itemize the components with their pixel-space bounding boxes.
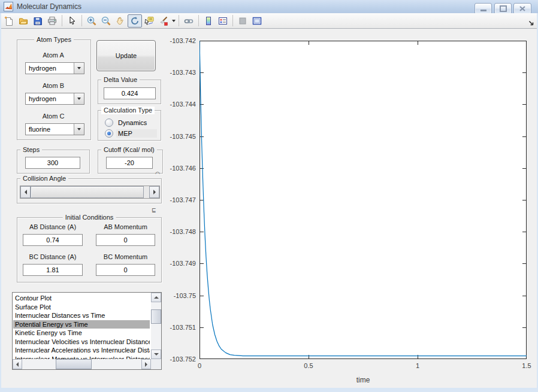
scroll-up-button[interactable]: [151, 293, 161, 302]
scroll-right-button[interactable]: [141, 359, 151, 369]
bc-distance-label: BC Distance (A): [23, 253, 83, 261]
ui-render-artifact: ⊑: [152, 208, 156, 213]
pan-hand-icon: [116, 16, 125, 26]
new-figure-button[interactable]: [2, 14, 16, 28]
arrow-up-icon: [154, 296, 159, 299]
y-tick-label: -103.742: [162, 37, 196, 45]
bc-distance-field[interactable]: [23, 264, 83, 276]
chevron-down-icon: [172, 20, 176, 22]
slider-thumb[interactable]: [31, 186, 144, 198]
vertical-scrollbar[interactable]: [151, 293, 161, 359]
delta-value-field[interactable]: [104, 87, 156, 99]
dock-figure-icon: [252, 16, 262, 26]
atom-c-value: fluorine: [29, 126, 50, 133]
vertical-scroll-thumb[interactable]: [151, 309, 161, 324]
y-tick-label: -103.748: [162, 227, 196, 236]
toolbar-overflow-arrow[interactable]: [528, 18, 534, 29]
brush-data-button[interactable]: [156, 14, 171, 28]
ui-render-artifact: ◠: [155, 171, 160, 177]
ab-momentum-field[interactable]: [96, 234, 155, 246]
bc-momentum-field[interactable]: [96, 264, 155, 276]
data-cursor-button[interactable]: [142, 14, 156, 28]
scroll-down-button[interactable]: [151, 350, 161, 359]
list-item[interactable]: Internuclear Distances vs Time: [13, 311, 150, 320]
overflow-arrow-icon: [528, 20, 534, 26]
show-plot-tools-dock-button[interactable]: [250, 14, 264, 28]
dropdown-arrow-button[interactable]: [74, 93, 84, 104]
close-icon: [519, 6, 525, 11]
toolbar-separator: [62, 15, 62, 26]
x-tick-label: 1.5: [512, 362, 538, 369]
minimize-icon: [480, 10, 486, 11]
insert-legend-button[interactable]: [216, 14, 230, 28]
list-item[interactable]: Contour Plot: [13, 294, 150, 303]
update-button[interactable]: Update: [96, 40, 156, 71]
ab-distance-label: AB Distance (A): [23, 223, 83, 231]
slider-right-arrow[interactable]: [149, 186, 159, 198]
arrow-left-icon: [25, 190, 27, 195]
title-bar: Molecular Dynamics: [0, 0, 538, 14]
chevron-down-icon: [77, 67, 81, 69]
cursor-arrow-icon: [67, 16, 77, 26]
list-item[interactable]: Internuclear Velocities vs Internuclear …: [13, 338, 150, 347]
dropdown-arrow-button[interactable]: [74, 124, 84, 135]
list-item[interactable]: Kinetic Energy vs Time: [13, 329, 150, 338]
open-file-button[interactable]: [16, 14, 31, 28]
zoom-out-button[interactable]: [99, 14, 113, 28]
brush-dropdown-button[interactable]: [171, 14, 176, 28]
slider-left-arrow[interactable]: [20, 186, 31, 198]
figure-toolbar: [0, 13, 538, 29]
scroll-left-button[interactable]: [13, 359, 22, 369]
steps-title: Steps: [20, 146, 42, 154]
rotate-3d-button[interactable]: [128, 14, 142, 28]
atom-a-value: hydrogen: [29, 65, 56, 72]
ab-momentum-label: AB Momentum: [96, 223, 155, 231]
horizontal-scroll-thumb[interactable]: [56, 359, 92, 369]
atom-c-dropdown[interactable]: fluorine: [25, 123, 84, 135]
plot-axes[interactable]: [200, 41, 527, 359]
atom-a-dropdown[interactable]: hydrogen: [25, 62, 84, 74]
radio-dynamics[interactable]: Dynamics: [105, 118, 159, 127]
window-title: Molecular Dynamics: [17, 0, 81, 13]
x-tick-label: 0: [185, 362, 214, 369]
collision-angle-slider[interactable]: [20, 186, 160, 199]
hide-plot-tools-button[interactable]: [235, 14, 250, 28]
toolbar-separator: [198, 15, 199, 26]
radio-mep-label: MEP: [116, 129, 157, 138]
delta-value-title: Delta Value: [101, 76, 140, 84]
horizontal-scrollbar[interactable]: [13, 359, 151, 369]
cutoff-field[interactable]: [106, 157, 153, 169]
insert-colorbar-button[interactable]: [201, 14, 216, 28]
steps-field[interactable]: [25, 157, 80, 169]
listbox-items: Contour Plot Surface Plot Internuclear D…: [13, 294, 150, 362]
link-chain-icon: [184, 16, 194, 26]
arrow-left-icon: [16, 362, 19, 367]
ab-distance-field[interactable]: [23, 234, 83, 246]
print-figure-button[interactable]: [45, 14, 59, 28]
bc-momentum-label: BC Momentum: [96, 253, 155, 261]
dropdown-arrow-button[interactable]: [74, 63, 84, 74]
atom-b-dropdown[interactable]: hydrogen: [25, 93, 84, 105]
link-plot-button[interactable]: [182, 14, 196, 28]
y-tick-label: -103.747: [162, 196, 196, 204]
brush-icon: [159, 16, 168, 26]
toolbar-separator: [81, 15, 82, 26]
chevron-down-icon: [77, 128, 81, 130]
save-floppy-icon: [33, 16, 43, 26]
matlab-logo-icon: [4, 2, 13, 11]
list-item[interactable]: Potential Energy vs Time: [13, 320, 150, 329]
radio-mep[interactable]: MEP: [105, 129, 159, 138]
list-item[interactable]: Surface Plot: [13, 303, 150, 312]
pan-button[interactable]: [113, 14, 128, 28]
x-tick-label: 1: [403, 362, 433, 369]
y-tick-label: -103.749: [162, 259, 196, 268]
plot-type-listbox[interactable]: Contour Plot Surface Plot Internuclear D…: [12, 292, 162, 370]
edit-plot-button[interactable]: [65, 14, 79, 28]
save-figure-button[interactable]: [31, 14, 45, 28]
window-bottom-edge: [0, 388, 538, 392]
list-item[interactable]: Internuclear Accelerations vs Internucle…: [13, 346, 150, 355]
calculation-type-title: Calculation Type: [101, 107, 155, 114]
zoom-in-button[interactable]: [84, 14, 99, 28]
y-tick-label: -103.752: [162, 355, 196, 363]
window-left-edge: [0, 13, 1, 388]
